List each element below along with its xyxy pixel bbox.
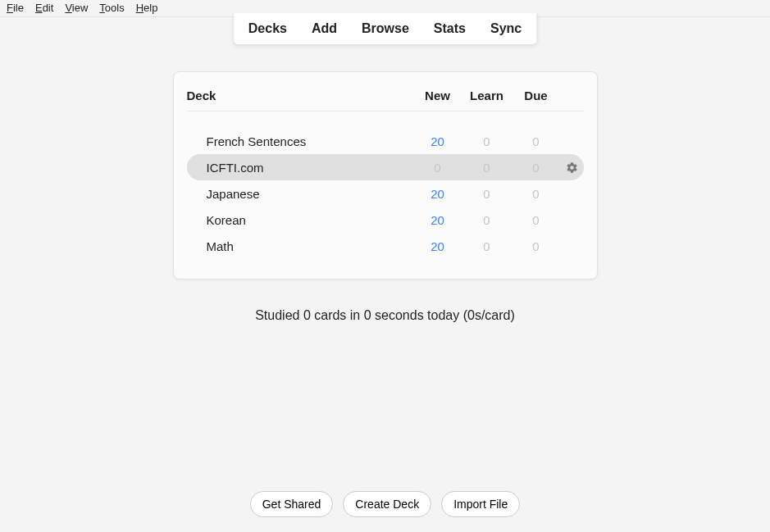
- deck-learn: 0: [462, 213, 512, 227]
- deck-new: 20: [413, 187, 462, 201]
- create-deck-button[interactable]: Create Deck: [343, 491, 431, 517]
- gear-icon[interactable]: [561, 161, 584, 174]
- header-learn: Learn: [462, 89, 512, 102]
- get-shared-button[interactable]: Get Shared: [250, 491, 334, 517]
- deck-name: ICFTI.com: [207, 161, 413, 175]
- menu-help[interactable]: Help: [136, 2, 158, 16]
- deck-name: Korean: [207, 213, 413, 227]
- deck-row[interactable]: ICFTI.com000: [187, 154, 584, 180]
- nav-sync[interactable]: Sync: [490, 21, 522, 36]
- deck-learn: 0: [462, 187, 512, 201]
- deck-learn: 0: [462, 239, 512, 253]
- bottom-buttons: Get Shared Create Deck Import File: [0, 491, 770, 517]
- deck-name: Japanese: [207, 187, 413, 201]
- deck-new: 20: [413, 213, 462, 227]
- deck-panel: Deck New Learn Due French Sentences2000I…: [173, 71, 598, 280]
- nav-stats[interactable]: Stats: [434, 21, 466, 36]
- main-nav: Decks Add Browse Stats Sync: [233, 13, 537, 45]
- deck-name: French Sentences: [207, 134, 413, 148]
- header-new: New: [413, 89, 462, 102]
- menu-tools[interactable]: Tools: [99, 2, 124, 16]
- import-file-button[interactable]: Import File: [441, 491, 520, 517]
- nav-add[interactable]: Add: [312, 21, 337, 36]
- deck-name: Math: [207, 239, 413, 253]
- deck-new: 20: [413, 239, 462, 253]
- header-due: Due: [512, 89, 561, 102]
- deck-row[interactable]: Korean2000: [187, 207, 584, 233]
- deck-learn: 0: [462, 161, 512, 175]
- header-deck: Deck: [187, 89, 413, 102]
- nav-decks[interactable]: Decks: [248, 21, 287, 36]
- deck-row[interactable]: Math2000: [187, 233, 584, 259]
- deck-row[interactable]: French Sentences2000: [187, 128, 584, 154]
- deck-due: 0: [512, 239, 561, 253]
- menu-view[interactable]: View: [65, 2, 88, 16]
- study-status: Studied 0 cards in 0 seconds today (0s/c…: [0, 308, 770, 323]
- menu-file[interactable]: File: [7, 2, 24, 16]
- deck-due: 0: [512, 213, 561, 227]
- deck-table-header: Deck New Learn Due: [187, 84, 584, 111]
- deck-due: 0: [512, 187, 561, 201]
- deck-new: 0: [413, 161, 462, 175]
- menu-edit[interactable]: Edit: [35, 2, 53, 16]
- deck-due: 0: [512, 161, 561, 175]
- nav-browse[interactable]: Browse: [362, 21, 409, 36]
- deck-new: 20: [413, 134, 462, 148]
- deck-learn: 0: [462, 134, 512, 148]
- deck-due: 0: [512, 134, 561, 148]
- deck-row[interactable]: Japanese2000: [187, 180, 584, 207]
